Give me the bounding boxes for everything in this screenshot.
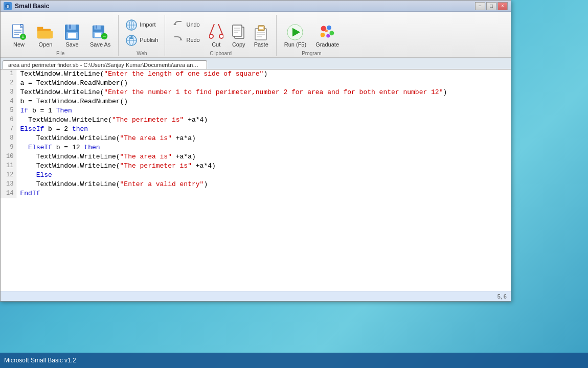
svg-text:+: +	[21, 34, 25, 40]
app-icon: S	[4, 2, 12, 10]
graduate-button[interactable]: Graduate	[312, 16, 343, 50]
taskbar: Microsoft Small Basic v1.2	[0, 353, 588, 368]
open-label: Open	[39, 41, 53, 48]
code-line[interactable]: TextWindow.WriteLine("Enter a valid entr…	[16, 180, 511, 189]
svg-line-35	[210, 24, 214, 34]
svg-text:→: →	[102, 33, 107, 38]
title-bar-text: Small Basic	[15, 3, 475, 10]
svg-rect-17	[68, 33, 76, 38]
code-line[interactable]: TextWindow.WriteLine("The area is" +a*a)	[16, 134, 511, 143]
table-row: 2a = TextWindow.ReadNumber()	[1, 79, 511, 88]
undo-button[interactable]: Undo	[169, 18, 202, 32]
redo-icon	[172, 34, 184, 47]
svg-rect-22	[95, 33, 101, 37]
code-line[interactable]: a = TextWindow.ReadNumber()	[16, 79, 511, 88]
code-line[interactable]: TextWindow.WriteLine("The perimeter is" …	[16, 116, 511, 125]
ribbon-group-file: + New Op	[3, 15, 119, 56]
table-row: 4b = TextWindow.ReadNumber()	[1, 97, 511, 106]
table-row: 12 Else	[1, 171, 511, 180]
new-button[interactable]: + New	[7, 16, 31, 50]
open-button[interactable]: Open	[33, 16, 58, 50]
cut-icon	[208, 24, 224, 40]
svg-rect-48	[259, 27, 263, 29]
close-button[interactable]: ×	[497, 2, 508, 10]
maximize-button[interactable]: □	[486, 2, 496, 10]
graduate-icon	[319, 24, 335, 40]
new-label: New	[13, 41, 25, 48]
line-number: 2	[1, 79, 16, 88]
graduate-label: Graduate	[315, 41, 339, 48]
svg-point-58	[326, 34, 330, 37]
line-number: 6	[1, 116, 16, 125]
ribbon-group-program: Run (F5)	[277, 15, 347, 56]
save-icon	[64, 24, 80, 40]
code-line[interactable]: TextWindow.WriteLine("Enter the length o…	[16, 70, 511, 79]
save-button[interactable]: Save	[60, 16, 84, 50]
line-number: 14	[1, 189, 16, 198]
minimize-button[interactable]: −	[475, 2, 485, 10]
undo-label: Undo	[186, 21, 199, 28]
open-icon	[37, 24, 54, 40]
line-number: 7	[1, 125, 16, 134]
svg-rect-20	[96, 25, 97, 28]
svg-text:S: S	[7, 5, 9, 8]
code-editor[interactable]: 1TextWindow.WriteLine("Enter the length …	[1, 70, 511, 291]
publish-icon	[125, 34, 138, 47]
svg-point-59	[325, 29, 328, 32]
tab-bar: area and perimeter finder.sb - C:\Users\…	[1, 58, 511, 70]
code-line[interactable]: TextWindow.WriteLine("Enter the number 1…	[16, 88, 511, 97]
line-number: 5	[1, 106, 16, 116]
paste-label: Paste	[254, 41, 268, 48]
paste-icon	[253, 24, 269, 40]
paste-button[interactable]: Paste	[251, 16, 272, 50]
line-number: 10	[1, 152, 16, 162]
code-line[interactable]: ElseIf b = 12 then	[16, 143, 511, 152]
publish-label: Publish	[140, 37, 158, 43]
line-number: 11	[1, 162, 16, 171]
import-icon	[125, 19, 138, 31]
line-number: 1	[1, 70, 16, 79]
cursor-position: 5, 6	[497, 293, 507, 300]
save-as-icon: →	[92, 24, 108, 40]
svg-rect-12	[37, 27, 43, 31]
run-button[interactable]: Run (F5)	[281, 16, 310, 50]
new-icon: +	[11, 24, 27, 40]
title-bar-controls: − □ ×	[475, 2, 508, 10]
run-icon	[287, 24, 303, 40]
undo-icon	[172, 19, 184, 31]
run-label: Run (F5)	[284, 41, 306, 48]
code-line[interactable]: If b = 1 Then	[16, 106, 511, 116]
copy-button[interactable]: Copy	[228, 16, 250, 50]
table-row: 11 TextWindow.WriteLine("The perimeter i…	[1, 162, 511, 171]
code-line[interactable]: Else	[16, 171, 511, 180]
cut-button[interactable]: Cut	[206, 16, 227, 50]
redo-button[interactable]: Redo	[169, 33, 202, 48]
import-button[interactable]: Import	[123, 18, 161, 32]
code-table: 1TextWindow.WriteLine("Enter the length …	[1, 70, 511, 198]
table-row: 1TextWindow.WriteLine("Enter the length …	[1, 70, 511, 79]
copy-label: Copy	[232, 41, 245, 48]
code-line[interactable]: EndIf	[16, 189, 511, 198]
line-number: 8	[1, 134, 16, 143]
redo-label: Redo	[186, 37, 199, 43]
ribbon: + New Op	[1, 12, 511, 58]
svg-rect-15	[69, 25, 71, 29]
table-row: 3TextWindow.WriteLine("Enter the number …	[1, 88, 511, 97]
code-line[interactable]: ElseIf b = 2 then	[16, 125, 511, 134]
svg-rect-42	[233, 25, 242, 36]
ribbon-group-web: Import Publish	[119, 15, 165, 56]
code-line[interactable]: b = TextWindow.ReadNumber()	[16, 97, 511, 106]
svg-rect-4	[13, 25, 20, 28]
svg-rect-14	[67, 25, 76, 30]
file-group-label: File	[56, 51, 64, 56]
file-tab[interactable]: area and perimeter finder.sb - C:\Users\…	[3, 60, 207, 69]
table-row: 13 TextWindow.WriteLine("Enter a valid e…	[1, 180, 511, 189]
save-as-button[interactable]: → Save As	[86, 16, 114, 50]
table-row: 7ElseIf b = 2 then	[1, 125, 511, 134]
table-row: 5If b = 1 Then	[1, 106, 511, 116]
code-line[interactable]: TextWindow.WriteLine("The perimeter is" …	[16, 162, 511, 171]
publish-button[interactable]: Publish	[123, 33, 161, 48]
table-row: 8 TextWindow.WriteLine("The area is" +a*…	[1, 134, 511, 143]
code-line[interactable]: TextWindow.WriteLine("The area is" +a*a)	[16, 152, 511, 162]
svg-point-56	[330, 31, 334, 35]
